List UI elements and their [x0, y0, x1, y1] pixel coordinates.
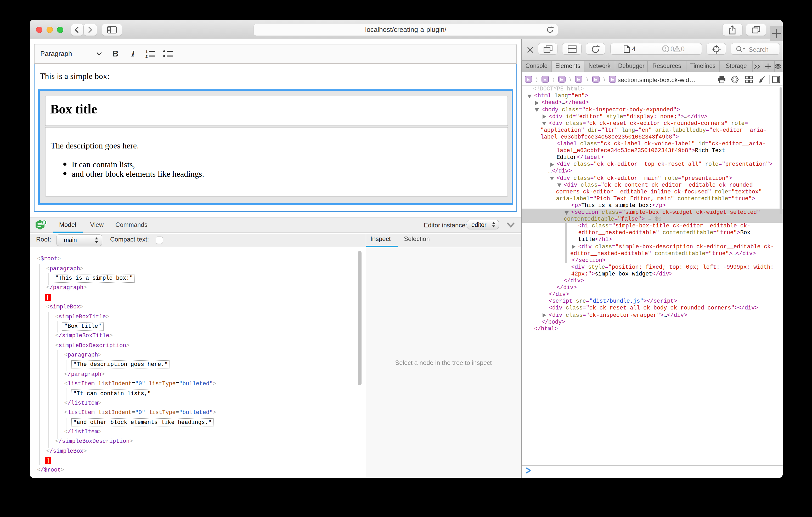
svg-text:2: 2: [145, 54, 148, 58]
svg-text:1: 1: [145, 50, 148, 54]
svg-text:5: 5: [43, 220, 45, 224]
